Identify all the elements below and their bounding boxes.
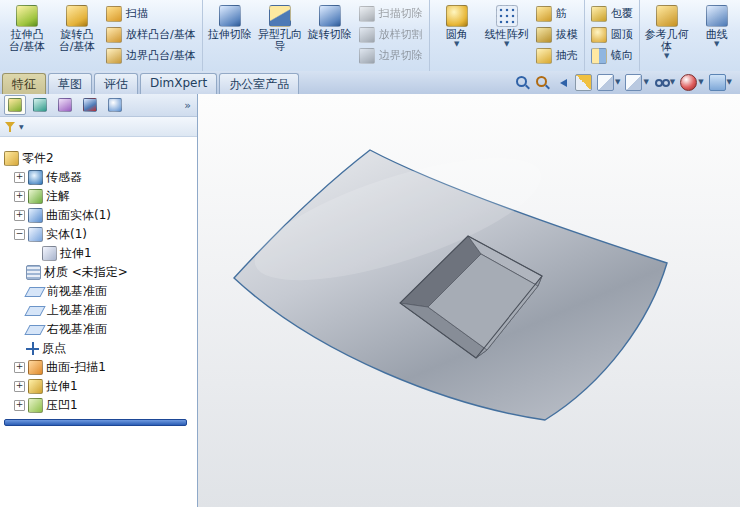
boundary-cut-icon (359, 48, 375, 64)
reference-geometry-dropdown-icon[interactable]: ▼ (664, 53, 669, 60)
previous-view-button[interactable] (555, 75, 570, 90)
ribbon-group-boss: 拉伸凸台/基体 旋转凸台/基体 扫描 放样凸台/基体 边界凸台/基体 (0, 0, 203, 71)
tree-item-origin[interactable]: 原点 (0, 339, 197, 358)
tree-item-label: 上视基准面 (47, 302, 107, 319)
linear-pattern-dropdown-icon[interactable]: ▼ (504, 41, 509, 48)
edit-appearance-button[interactable]: ▼ (680, 74, 703, 91)
display-style-caret-icon: ▼ (643, 79, 648, 86)
tab-featuremanager[interactable] (4, 95, 26, 115)
apply-scene-button[interactable]: ▼ (709, 74, 732, 91)
expand-icon[interactable]: + (14, 362, 25, 373)
expand-icon[interactable]: + (14, 191, 25, 202)
fillet-icon (446, 5, 468, 27)
zoom-fit-button[interactable] (515, 75, 530, 90)
curves-dropdown-icon[interactable]: ▼ (714, 41, 719, 48)
tree-item-annotations[interactable]: + 注解 (0, 187, 197, 206)
expand-icon[interactable]: + (14, 172, 25, 183)
hide-show-items-button[interactable]: ▼ (654, 75, 675, 90)
tab-sketch[interactable]: 草图 (48, 73, 92, 94)
boundary-cut-label: 边界切除 (379, 48, 423, 63)
ribbon-group-pattern: 圆角 ▼ 线性阵列 ▼ 筋 拔模 抽壳 (430, 0, 585, 71)
sweep-button[interactable]: 扫描 (103, 4, 199, 23)
filter-icon[interactable] (5, 121, 17, 133)
draft-button[interactable]: 拔模 (533, 25, 581, 44)
rollback-bar[interactable] (4, 419, 187, 426)
extrude-boss-label: 拉伸凸台/基体 (4, 29, 50, 53)
shell-button[interactable]: 抽壳 (533, 46, 581, 65)
revolve-boss-button[interactable]: 旋转凸台/基体 (53, 2, 101, 69)
dome-button[interactable]: 圆顶 (588, 25, 636, 44)
zoom-area-button[interactable] (535, 75, 550, 90)
tab-dimxpertmanager[interactable] (79, 95, 101, 115)
tab-office-products[interactable]: 办公室产品 (219, 73, 299, 94)
extrude-cut-label: 拉伸切除 (207, 29, 253, 41)
tree-item-solid-bodies[interactable]: − 实体(1) (0, 225, 197, 244)
extrude-boss-button[interactable]: 拉伸凸台/基体 (3, 2, 51, 69)
linear-pattern-button[interactable]: 线性阵列 ▼ (483, 2, 531, 69)
propertymanager-icon (33, 98, 47, 112)
loft-boss-button[interactable]: 放样凸台/基体 (103, 25, 199, 44)
curves-button[interactable]: 曲线 ▼ (693, 2, 740, 69)
display-style-button[interactable]: ▼ (625, 74, 648, 91)
tree-item-indent1[interactable]: + 压凹1 (0, 396, 197, 415)
expand-icon[interactable]: + (14, 381, 25, 392)
revolve-cut-icon (319, 5, 341, 27)
tree-item-front-plane[interactable]: 前视基准面 (0, 282, 197, 301)
material-icon (26, 265, 41, 280)
manager-tab-strip: » (0, 94, 197, 117)
tree-item-label: 材质 <未指定> (44, 264, 128, 281)
revolve-boss-icon (66, 5, 88, 27)
fillet-button[interactable]: 圆角 ▼ (433, 2, 481, 69)
hole-wizard-button[interactable]: 异型孔向导 (256, 2, 304, 69)
tree-root-part[interactable]: 零件2 (0, 149, 197, 168)
filter-caret-icon[interactable]: ▼ (19, 123, 24, 130)
expand-icon[interactable]: + (14, 400, 25, 411)
tab-features[interactable]: 特征 (2, 73, 46, 94)
rib-button[interactable]: 筋 (533, 4, 581, 23)
tree-item-surface-bodies[interactable]: + 曲面实体(1) (0, 206, 197, 225)
dome-label: 圆顶 (611, 27, 633, 42)
reference-geometry-button[interactable]: 参考几何体 ▼ (643, 2, 691, 69)
tree-item-label: 原点 (42, 340, 66, 357)
tree-item-material[interactable]: 材质 <未指定> (0, 263, 197, 282)
tab-evaluate[interactable]: 评估 (94, 73, 138, 94)
dimxpertmanager-icon (83, 98, 97, 112)
tab-displaymanager[interactable] (104, 95, 126, 115)
extrude-cut-button[interactable]: 拉伸切除 (206, 2, 254, 69)
sensors-icon (28, 170, 43, 185)
collapse-icon[interactable]: − (14, 229, 25, 240)
tree-item-extrude1[interactable]: + 拉伸1 (0, 377, 197, 396)
tab-dimxpert[interactable]: DimXpert (140, 73, 217, 94)
revolve-cut-button[interactable]: 旋转切除 (306, 2, 354, 69)
tree-item-right-plane[interactable]: 右视基准面 (0, 320, 197, 339)
section-view-button[interactable] (575, 74, 592, 91)
boundary-boss-button[interactable]: 边界凸台/基体 (103, 46, 199, 65)
scene-caret-icon: ▼ (727, 79, 732, 86)
tab-propertymanager[interactable] (29, 95, 51, 115)
surface-bodies-icon (28, 208, 43, 223)
graphics-viewport[interactable] (198, 94, 740, 507)
tree-item-top-plane[interactable]: 上视基准面 (0, 301, 197, 320)
tree-item-surface-sweep1[interactable]: + 曲面-扫描1 (0, 358, 197, 377)
wrap-button[interactable]: 包覆 (588, 4, 636, 23)
mirror-button[interactable]: 镜向 (588, 46, 636, 65)
displaymanager-icon (108, 98, 122, 112)
dome-icon (591, 27, 607, 43)
tree-item-sensors[interactable]: + 传感器 (0, 168, 197, 187)
panel-expand-button[interactable]: » (184, 99, 193, 112)
command-tab-bar: 特征 草图 评估 DimXpert 办公室产品 ▼ ▼ ▼ ▼ ▼ (0, 71, 740, 95)
tab-configurationmanager[interactable] (54, 95, 76, 115)
zoom-fit-icon (515, 75, 530, 90)
boundary-boss-label: 边界凸台/基体 (126, 48, 196, 63)
rib-icon (536, 6, 552, 22)
tree-item-label: 曲面实体(1) (46, 207, 111, 224)
edit-appearance-icon (680, 74, 697, 91)
extrude-boss-icon (16, 5, 38, 27)
fillet-dropdown-icon[interactable]: ▼ (454, 41, 459, 48)
view-orientation-button[interactable]: ▼ (597, 74, 620, 91)
hide-show-caret-icon: ▼ (670, 79, 675, 86)
tree-item-body-extrude1[interactable]: 拉伸1 (0, 244, 197, 263)
reference-geometry-icon (656, 5, 678, 27)
expand-icon[interactable]: + (14, 210, 25, 221)
top-plane-icon (24, 306, 45, 316)
